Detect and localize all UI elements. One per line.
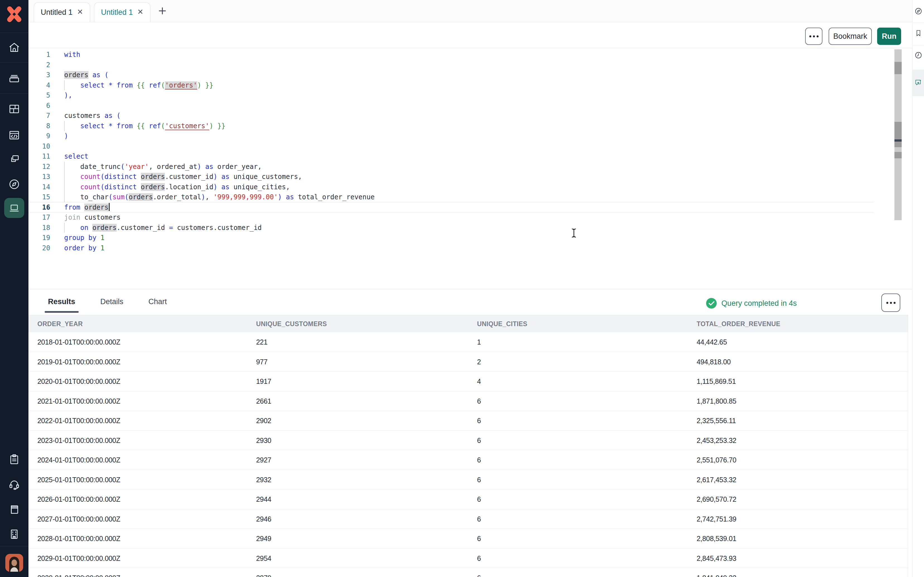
code-line-10[interactable]	[29, 141, 866, 152]
divider	[0, 546, 29, 546]
table-row[interactable]: 2027-01-01T00:00:00.000Z294662,742,751.3…	[29, 509, 908, 529]
code-line-8[interactable]: select * from {{ ref('customers') }}	[29, 121, 866, 131]
table-row[interactable]: 2024-01-01T00:00:00.000Z292762,551,076.7…	[29, 450, 908, 470]
table-cell: 6	[477, 529, 481, 548]
table-row[interactable]: 2020-01-01T00:00:00.000Z191741,115,869.5…	[29, 372, 908, 392]
tab-untitled-1[interactable]: Untitled 1	[34, 2, 90, 22]
sidebar-item-explore[interactable]	[0, 174, 29, 194]
table-cell: 1	[477, 332, 481, 352]
column-header-order_year[interactable]: ORDER_YEAR	[37, 315, 83, 332]
book-icon	[8, 502, 21, 516]
tab-chart[interactable]: Chart	[145, 297, 170, 313]
code-line-7[interactable]: customers as (	[29, 111, 866, 121]
right-ai-chat-item[interactable]	[913, 73, 924, 91]
code-line-2[interactable]	[29, 60, 866, 70]
table-row[interactable]: 2021-01-01T00:00:00.000Z266161,871,800.8…	[29, 392, 908, 411]
table-cell: 2949	[256, 529, 271, 548]
ai-chat-sparkle-icon	[914, 78, 923, 87]
indent-guide	[64, 172, 65, 182]
code-line-13[interactable]: count(distinct orders.customer_id) as un…	[29, 172, 866, 182]
sidebar-item-code[interactable]	[0, 125, 29, 145]
table-cell: 2879	[256, 568, 271, 577]
table-cell: 2,325,556.11	[696, 411, 736, 431]
code-line-12[interactable]: date_trunc('year', ordered_at) as order_…	[29, 162, 866, 172]
table-cell: 2661	[256, 392, 271, 411]
tab-details[interactable]: Details	[97, 297, 127, 313]
scrollbar-cursor-marker	[895, 139, 902, 142]
table-cell: 977	[256, 352, 268, 372]
tab-results[interactable]: Results	[45, 297, 79, 313]
close-tab-icon[interactable]	[77, 9, 83, 16]
table-cell: 6	[477, 431, 481, 450]
bookmark-button[interactable]: Bookmark	[829, 27, 872, 45]
sidebar-item-home[interactable]	[0, 37, 29, 57]
table-row[interactable]: 2019-01-01T00:00:00.000Z9772494,818.00	[29, 352, 908, 372]
indent-guide	[64, 80, 65, 90]
table-row[interactable]: 2025-01-01T00:00:00.000Z293262,617,453.3…	[29, 470, 908, 490]
close-tab-icon[interactable]	[137, 9, 144, 16]
table-cell: 1,115,869.51	[696, 372, 736, 392]
indent-guide	[64, 192, 65, 202]
results-table: ORDER_YEARUNIQUE_CUSTOMERSUNIQUE_CITIEST…	[29, 315, 908, 577]
table-cell: 2018-01-01T00:00:00.000Z	[37, 332, 120, 352]
column-header-unique_customers[interactable]: UNIQUE_CUSTOMERS	[256, 315, 327, 332]
code-line-20[interactable]: order by 1	[29, 243, 866, 253]
right-bookmarks-item[interactable]	[913, 24, 924, 42]
sidebar-item-docs[interactable]	[0, 499, 29, 519]
table-row[interactable]: 2018-01-01T00:00:00.000Z221144,442.65	[29, 332, 908, 352]
sidebar-item-projects[interactable]	[0, 99, 29, 119]
cell-toolbar: Bookmark Run	[29, 22, 912, 48]
code-line-16[interactable]: from orders	[29, 202, 866, 213]
divider	[913, 45, 924, 45]
code-window-icon	[8, 129, 21, 142]
code-line-3[interactable]: orders as (	[29, 70, 866, 80]
table-row[interactable]: 2023-01-01T00:00:00.000Z293062,453,253.3…	[29, 431, 908, 450]
table-row[interactable]: 2028-01-01T00:00:00.000Z294962,808,539.0…	[29, 529, 908, 548]
code-line-1[interactable]: with	[29, 50, 866, 60]
sql-editor[interactable]: 1234567891011121314151617181920 withorde…	[29, 48, 912, 289]
sidebar-item-support[interactable]	[0, 474, 29, 495]
hex-logo[interactable]	[0, 0, 29, 29]
code-line-9[interactable]: )	[29, 131, 866, 141]
column-header-unique_cities[interactable]: UNIQUE_CITIES	[477, 315, 527, 332]
code-line-19[interactable]: group by 1	[29, 233, 866, 243]
code-line-14[interactable]: count(distinct orders.location_id) as un…	[29, 182, 866, 192]
tab-untitled-2[interactable]: Untitled 1	[94, 2, 150, 22]
code-line-17[interactable]: join customers	[29, 213, 866, 223]
table-cell: 2954	[256, 548, 271, 568]
editor-scrollbar[interactable]	[895, 49, 902, 220]
app-window: Untitled 1 Untitled 1 Bookmark Run 12345…	[0, 0, 924, 577]
code-line-5[interactable]: ),	[29, 90, 866, 101]
right-explore-item[interactable]	[913, 2, 924, 20]
column-header-total_order_revenue[interactable]: TOTAL_ORDER_REVENUE	[696, 315, 780, 332]
code-line-11[interactable]: select	[29, 152, 866, 162]
tab-label: Untitled 1	[101, 8, 133, 17]
table-cell: 4	[477, 372, 481, 392]
code-line-15[interactable]: to_char(sum(orders.order_total), '999,99…	[29, 192, 866, 202]
status-text: Query completed in 4s	[722, 299, 797, 308]
code-line-6[interactable]	[29, 101, 866, 111]
new-tab-button[interactable]	[158, 0, 166, 22]
dashboard-grid-icon	[8, 102, 21, 116]
sidebar-item-changelog[interactable]	[0, 449, 29, 469]
sidebar-item-notebook-active[interactable]	[4, 198, 24, 218]
right-history-item[interactable]	[913, 46, 924, 64]
results-more-button[interactable]	[881, 293, 900, 312]
sidebar-item-workspace[interactable]	[0, 524, 29, 544]
run-button[interactable]: Run	[877, 27, 901, 45]
table-cell: 2,617,453.32	[696, 470, 736, 490]
table-cell: 2030-01-01T00:00:00.000Z	[37, 568, 120, 577]
code-line-4[interactable]: select * from {{ ref('orders') }}	[29, 80, 866, 90]
table-row[interactable]: 2022-01-01T00:00:00.000Z290262,325,556.1…	[29, 411, 908, 431]
sidebar-item-collections[interactable]	[0, 68, 29, 89]
table-cell: 2024-01-01T00:00:00.000Z	[37, 450, 120, 470]
table-cell: 2	[477, 352, 481, 372]
sidebar-item-apps[interactable]	[0, 149, 29, 169]
table-row[interactable]: 2029-01-01T00:00:00.000Z295462,845,473.9…	[29, 548, 908, 568]
code-line-18[interactable]: on orders.customer_id = customers.custom…	[29, 223, 866, 233]
table-row[interactable]: 2026-01-01T00:00:00.000Z294462,690,570.7…	[29, 490, 908, 509]
user-avatar[interactable]	[5, 554, 23, 572]
table-row[interactable]: 2030-01-01T00:00:00.000Z287961,841,049.3…	[29, 568, 908, 577]
home-icon	[8, 41, 21, 54]
more-options-button[interactable]	[805, 27, 822, 45]
